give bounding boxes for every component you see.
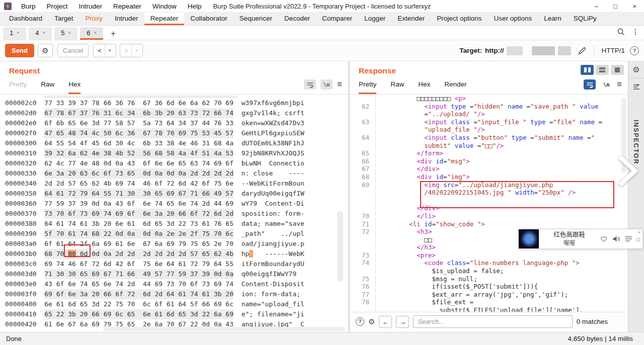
maximize-button[interactable]: □	[606, 3, 625, 10]
tab-user-options[interactable]: User options	[488, 13, 538, 25]
response-tab-pretty[interactable]: Pretty	[359, 80, 376, 94]
menu-item-burp[interactable]: Burp	[16, 3, 41, 10]
tab-comparer[interactable]: Comparer	[316, 13, 358, 25]
menu-item-project[interactable]: Project	[41, 3, 73, 10]
settings-gear-icon[interactable]: ⚙	[632, 65, 639, 74]
http-version-label[interactable]: HTTP/1	[601, 47, 625, 54]
search-input[interactable]	[413, 315, 572, 328]
volume-icon[interactable]	[612, 235, 620, 242]
request-tab-hex[interactable]: Hex	[68, 80, 80, 94]
editor-split: Request PrettyRawHex \n ≡ 000002c077 33 …	[0, 61, 644, 332]
edit-target-pencil-icon[interactable]	[578, 46, 587, 55]
cancel-button[interactable]: Cancel	[57, 44, 89, 57]
tab-dashboard[interactable]: Dashboard	[3, 13, 48, 25]
hex-row[interactable]: 000003e043 6f 6e 74 65 6e 74 2d 44 69 73…	[5, 279, 348, 289]
hex-row[interactable]: 000003905f 70 61 74 68 22 0d 0a 0d 0a 2e…	[5, 229, 348, 239]
request-menu-icon[interactable]: ≡	[337, 79, 342, 90]
hex-row[interactable]: 000002d067 78 67 37 76 31 6c 34 6b 3b 20…	[5, 108, 348, 118]
hex-row[interactable]: 000002f047 65 48 74 4c 50 6c 36 67 78 70…	[5, 128, 348, 138]
tab-project-options[interactable]: Project options	[431, 13, 488, 25]
close-button[interactable]: ×	[625, 3, 644, 10]
response-code-view[interactable]: □□□□□□□□□ <p>62 <input type ="hidden" na…	[350, 95, 628, 312]
code-line: "upload_file "/>	[350, 126, 628, 134]
minimize-button[interactable]: –	[587, 3, 606, 10]
next-match-icon[interactable]: →	[396, 316, 409, 328]
hex-row[interactable]: 000003402d 2d 57 65 62 4b 69 74 46 6f 72…	[5, 179, 348, 189]
hex-row[interactable]: 000004006e 61 6d 65 3d 22 75 70 6c 6f 61…	[5, 299, 348, 309]
player-close-icon[interactable]: ×	[638, 229, 641, 235]
search-help-icon[interactable]: ?	[356, 317, 364, 326]
inspector-sidebar[interactable]: ⚙ INSPECTOR	[628, 61, 644, 332]
tab-extender[interactable]: Extender	[391, 13, 431, 25]
back-dropdown-icon[interactable]: ▼	[105, 49, 115, 52]
word-wrap-icon[interactable]	[304, 79, 316, 90]
tab-proxy[interactable]: Proxy	[79, 13, 109, 25]
search-icon[interactable]	[617, 28, 625, 36]
response-tab-hex[interactable]: Hex	[418, 80, 430, 94]
layout-single-icon[interactable]	[611, 65, 624, 75]
hex-row[interactable]: 0000036077 59 37 39 0d 0a 43 6f 6e 74 65…	[5, 199, 348, 209]
hex-row[interactable]: 000003b068 70 00 0d 0d 0a 2d 2d 2d 2d 2d…	[5, 249, 348, 259]
playlist-icon[interactable]	[625, 236, 632, 242]
send-button[interactable]: Send	[5, 44, 34, 57]
hex-row[interactable]: 000003306e 3a 20 63 6c 6f 73 65 0d 0a 0d…	[5, 168, 348, 179]
request-tab-pretty[interactable]: Pretty	[9, 80, 27, 94]
menu-item-window[interactable]: Window	[147, 3, 182, 10]
add-tab-button[interactable]: +	[106, 27, 121, 40]
hex-row[interactable]: 000003f069 6f 6e 3a 20 66 6f 72 6d 2d 64…	[5, 289, 348, 299]
show-newlines-icon[interactable]: \n	[600, 79, 612, 90]
word-wrap-icon[interactable]	[584, 79, 596, 90]
hex-row[interactable]: 0000035064 61 72 79 64 55 71 30 30 65 69…	[5, 189, 348, 199]
send-settings-gear-icon[interactable]: ⚙	[38, 44, 53, 57]
tab-decoder[interactable]: Decoder	[278, 13, 316, 25]
hex-row[interactable]: 000003d071 30 30 65 69 67 71 66 49 57 77…	[5, 269, 348, 279]
hex-row[interactable]: 0000031039 32 6a 62 4e 38 4b 52 56 68 58…	[5, 148, 348, 158]
request-tab-raw[interactable]: Raw	[41, 80, 54, 94]
search-settings-gear-icon[interactable]: ⚙	[368, 317, 375, 326]
back-icon[interactable]: <	[95, 44, 105, 57]
repeater-tab-6[interactable]: 6×	[80, 27, 103, 40]
hex-row[interactable]: 0000041065 22 3b 20 66 69 6c 65 6e 61 6d…	[5, 309, 348, 319]
hex-row[interactable]: 0000030064 55 54 4f 45 6d 30 4c 6b 33 38…	[5, 138, 348, 148]
previous-match-icon[interactable]: ←	[379, 316, 392, 328]
hex-row[interactable]: 000002c077 33 39 37 78 66 36 76 67 36 6d…	[5, 98, 348, 108]
request-horizontal-scrollbar[interactable]	[103, 327, 345, 331]
hex-row[interactable]: 000003c069 74 46 6f 72 6d 42 6f 75 6e 64…	[5, 259, 348, 269]
inspector-sliders-icon[interactable]	[632, 83, 640, 91]
hex-row[interactable]: 0000037073 70 6f 73 69 74 69 6f 6e 3a 20…	[5, 209, 348, 219]
menu-item-help[interactable]: Help	[182, 3, 207, 10]
help-icon[interactable]: ?	[630, 46, 639, 55]
hex-row[interactable]: 000003a06f 61 64 2f 6a 69 61 6e 67 6a 69…	[5, 239, 348, 249]
repeater-tab-4[interactable]: 4×	[29, 27, 52, 40]
response-menu-icon[interactable]: ≡	[617, 79, 622, 90]
hex-view[interactable]: 000002c077 33 39 37 78 66 36 76 67 36 6d…	[0, 95, 348, 332]
code-line: 78 $file_ext =	[350, 298, 628, 306]
more-options-icon[interactable]: ⋮	[632, 28, 639, 36]
repeater-tab-5[interactable]: 5×	[54, 27, 77, 40]
tab-learn[interactable]: Learn	[538, 13, 568, 25]
tab-intruder[interactable]: Intruder	[109, 13, 144, 25]
hex-row[interactable]: 0000038064 61 74 61 3b 20 6e 61 6d 65 3d…	[5, 219, 348, 229]
tab-logger[interactable]: Logger	[358, 13, 391, 25]
response-tab-raw[interactable]: Raw	[390, 80, 404, 94]
menu-item-intruder[interactable]: Intruder	[73, 3, 108, 10]
tab-sqlipy[interactable]: SQLiPy	[568, 13, 603, 25]
album-art[interactable]	[519, 229, 539, 248]
layout-rows-icon[interactable]	[596, 65, 609, 75]
layout-columns-icon[interactable]	[581, 65, 594, 75]
hex-row[interactable]: 0000032062 4c 77 4e 48 0d 0a 43 6f 6e 6e…	[5, 158, 348, 168]
like-heart-icon[interactable]	[600, 235, 608, 242]
hex-row[interactable]: 000002e06f 6b 65 6e 3d 77 58 57 5a 73 64…	[5, 118, 348, 128]
menu-item-repeater[interactable]: Repeater	[108, 3, 147, 10]
request-vertical-scrollbar[interactable]	[337, 211, 343, 282]
player-minimize-icon[interactable]	[636, 238, 640, 241]
repeater-tab-1[interactable]: 1×	[3, 27, 26, 40]
response-tab-render[interactable]: Render	[444, 80, 466, 94]
tab-collaborator[interactable]: Collaborator	[184, 13, 233, 25]
tab-repeater[interactable]: Repeater	[144, 13, 185, 25]
forward-history-button[interactable]: > ▼	[120, 44, 143, 57]
back-history-button[interactable]: < ▼	[93, 44, 116, 57]
tab-sequencer[interactable]: Sequencer	[233, 13, 278, 25]
tab-target[interactable]: Target	[48, 13, 79, 25]
show-newlines-icon[interactable]: \n	[320, 79, 333, 90]
